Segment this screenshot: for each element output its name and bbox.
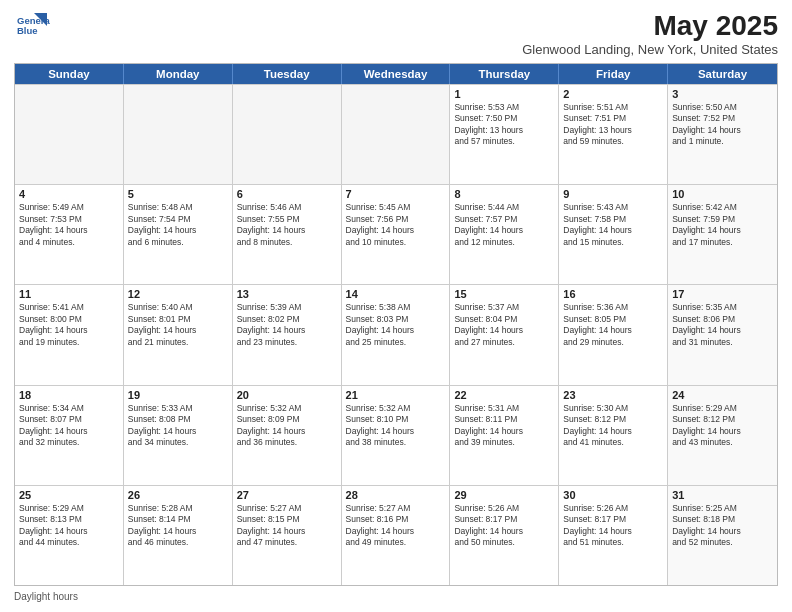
day-cell-5: 5Sunrise: 5:48 AM Sunset: 7:54 PM Daylig… bbox=[124, 185, 233, 284]
day-cell-25: 25Sunrise: 5:29 AM Sunset: 8:13 PM Dayli… bbox=[15, 486, 124, 585]
day-cell-12: 12Sunrise: 5:40 AM Sunset: 8:01 PM Dayli… bbox=[124, 285, 233, 384]
day-detail: Sunrise: 5:37 AM Sunset: 8:04 PM Dayligh… bbox=[454, 302, 554, 348]
page: General Blue May 2025 Glenwood Landing, … bbox=[0, 0, 792, 612]
day-number: 13 bbox=[237, 288, 337, 300]
day-cell-21: 21Sunrise: 5:32 AM Sunset: 8:10 PM Dayli… bbox=[342, 386, 451, 485]
day-number: 29 bbox=[454, 489, 554, 501]
day-number: 12 bbox=[128, 288, 228, 300]
day-cell-13: 13Sunrise: 5:39 AM Sunset: 8:02 PM Dayli… bbox=[233, 285, 342, 384]
day-number: 4 bbox=[19, 188, 119, 200]
day-detail: Sunrise: 5:28 AM Sunset: 8:14 PM Dayligh… bbox=[128, 503, 228, 549]
empty-cell-0-3 bbox=[342, 85, 451, 184]
day-detail: Sunrise: 5:40 AM Sunset: 8:01 PM Dayligh… bbox=[128, 302, 228, 348]
day-cell-30: 30Sunrise: 5:26 AM Sunset: 8:17 PM Dayli… bbox=[559, 486, 668, 585]
weekday-header-tuesday: Tuesday bbox=[233, 64, 342, 84]
calendar-row-4: 18Sunrise: 5:34 AM Sunset: 8:07 PM Dayli… bbox=[15, 385, 777, 485]
day-detail: Sunrise: 5:43 AM Sunset: 7:58 PM Dayligh… bbox=[563, 202, 663, 248]
weekday-header-monday: Monday bbox=[124, 64, 233, 84]
day-cell-26: 26Sunrise: 5:28 AM Sunset: 8:14 PM Dayli… bbox=[124, 486, 233, 585]
day-cell-3: 3Sunrise: 5:50 AM Sunset: 7:52 PM Daylig… bbox=[668, 85, 777, 184]
day-cell-24: 24Sunrise: 5:29 AM Sunset: 8:12 PM Dayli… bbox=[668, 386, 777, 485]
empty-cell-0-2 bbox=[233, 85, 342, 184]
day-detail: Sunrise: 5:45 AM Sunset: 7:56 PM Dayligh… bbox=[346, 202, 446, 248]
day-detail: Sunrise: 5:49 AM Sunset: 7:53 PM Dayligh… bbox=[19, 202, 119, 248]
day-number: 23 bbox=[563, 389, 663, 401]
day-number: 10 bbox=[672, 188, 773, 200]
day-number: 14 bbox=[346, 288, 446, 300]
day-cell-16: 16Sunrise: 5:36 AM Sunset: 8:05 PM Dayli… bbox=[559, 285, 668, 384]
day-detail: Sunrise: 5:29 AM Sunset: 8:13 PM Dayligh… bbox=[19, 503, 119, 549]
day-cell-22: 22Sunrise: 5:31 AM Sunset: 8:11 PM Dayli… bbox=[450, 386, 559, 485]
weekday-header-sunday: Sunday bbox=[15, 64, 124, 84]
day-number: 6 bbox=[237, 188, 337, 200]
day-detail: Sunrise: 5:46 AM Sunset: 7:55 PM Dayligh… bbox=[237, 202, 337, 248]
day-cell-28: 28Sunrise: 5:27 AM Sunset: 8:16 PM Dayli… bbox=[342, 486, 451, 585]
day-detail: Sunrise: 5:41 AM Sunset: 8:00 PM Dayligh… bbox=[19, 302, 119, 348]
day-number: 15 bbox=[454, 288, 554, 300]
day-detail: Sunrise: 5:35 AM Sunset: 8:06 PM Dayligh… bbox=[672, 302, 773, 348]
day-number: 26 bbox=[128, 489, 228, 501]
svg-text:Blue: Blue bbox=[17, 25, 38, 36]
day-number: 22 bbox=[454, 389, 554, 401]
day-cell-15: 15Sunrise: 5:37 AM Sunset: 8:04 PM Dayli… bbox=[450, 285, 559, 384]
day-detail: Sunrise: 5:51 AM Sunset: 7:51 PM Dayligh… bbox=[563, 102, 663, 148]
day-number: 18 bbox=[19, 389, 119, 401]
day-detail: Sunrise: 5:53 AM Sunset: 7:50 PM Dayligh… bbox=[454, 102, 554, 148]
day-cell-8: 8Sunrise: 5:44 AM Sunset: 7:57 PM Daylig… bbox=[450, 185, 559, 284]
day-cell-23: 23Sunrise: 5:30 AM Sunset: 8:12 PM Dayli… bbox=[559, 386, 668, 485]
day-number: 30 bbox=[563, 489, 663, 501]
day-number: 17 bbox=[672, 288, 773, 300]
day-detail: Sunrise: 5:25 AM Sunset: 8:18 PM Dayligh… bbox=[672, 503, 773, 549]
weekday-header-wednesday: Wednesday bbox=[342, 64, 451, 84]
day-detail: Sunrise: 5:27 AM Sunset: 8:16 PM Dayligh… bbox=[346, 503, 446, 549]
day-number: 31 bbox=[672, 489, 773, 501]
day-detail: Sunrise: 5:39 AM Sunset: 8:02 PM Dayligh… bbox=[237, 302, 337, 348]
day-cell-31: 31Sunrise: 5:25 AM Sunset: 8:18 PM Dayli… bbox=[668, 486, 777, 585]
day-cell-29: 29Sunrise: 5:26 AM Sunset: 8:17 PM Dayli… bbox=[450, 486, 559, 585]
day-detail: Sunrise: 5:44 AM Sunset: 7:57 PM Dayligh… bbox=[454, 202, 554, 248]
calendar-body: 1Sunrise: 5:53 AM Sunset: 7:50 PM Daylig… bbox=[15, 84, 777, 585]
day-cell-27: 27Sunrise: 5:27 AM Sunset: 8:15 PM Dayli… bbox=[233, 486, 342, 585]
empty-cell-0-0 bbox=[15, 85, 124, 184]
day-detail: Sunrise: 5:27 AM Sunset: 8:15 PM Dayligh… bbox=[237, 503, 337, 549]
header: General Blue May 2025 Glenwood Landing, … bbox=[14, 10, 778, 57]
day-detail: Sunrise: 5:32 AM Sunset: 8:09 PM Dayligh… bbox=[237, 403, 337, 449]
day-detail: Sunrise: 5:26 AM Sunset: 8:17 PM Dayligh… bbox=[454, 503, 554, 549]
day-cell-14: 14Sunrise: 5:38 AM Sunset: 8:03 PM Dayli… bbox=[342, 285, 451, 384]
day-detail: Sunrise: 5:36 AM Sunset: 8:05 PM Dayligh… bbox=[563, 302, 663, 348]
day-number: 3 bbox=[672, 88, 773, 100]
day-cell-18: 18Sunrise: 5:34 AM Sunset: 8:07 PM Dayli… bbox=[15, 386, 124, 485]
day-number: 1 bbox=[454, 88, 554, 100]
day-cell-2: 2Sunrise: 5:51 AM Sunset: 7:51 PM Daylig… bbox=[559, 85, 668, 184]
footer: Daylight hours bbox=[14, 591, 778, 602]
day-cell-17: 17Sunrise: 5:35 AM Sunset: 8:06 PM Dayli… bbox=[668, 285, 777, 384]
day-cell-1: 1Sunrise: 5:53 AM Sunset: 7:50 PM Daylig… bbox=[450, 85, 559, 184]
day-cell-11: 11Sunrise: 5:41 AM Sunset: 8:00 PM Dayli… bbox=[15, 285, 124, 384]
day-number: 19 bbox=[128, 389, 228, 401]
day-number: 24 bbox=[672, 389, 773, 401]
logo-svg: General Blue bbox=[14, 10, 50, 46]
day-number: 21 bbox=[346, 389, 446, 401]
empty-cell-0-1 bbox=[124, 85, 233, 184]
calendar-row-2: 4Sunrise: 5:49 AM Sunset: 7:53 PM Daylig… bbox=[15, 184, 777, 284]
day-detail: Sunrise: 5:33 AM Sunset: 8:08 PM Dayligh… bbox=[128, 403, 228, 449]
day-number: 9 bbox=[563, 188, 663, 200]
day-detail: Sunrise: 5:30 AM Sunset: 8:12 PM Dayligh… bbox=[563, 403, 663, 449]
day-number: 25 bbox=[19, 489, 119, 501]
logo: General Blue bbox=[14, 10, 50, 46]
day-detail: Sunrise: 5:38 AM Sunset: 8:03 PM Dayligh… bbox=[346, 302, 446, 348]
day-number: 8 bbox=[454, 188, 554, 200]
day-number: 20 bbox=[237, 389, 337, 401]
day-detail: Sunrise: 5:42 AM Sunset: 7:59 PM Dayligh… bbox=[672, 202, 773, 248]
day-number: 7 bbox=[346, 188, 446, 200]
calendar-header: SundayMondayTuesdayWednesdayThursdayFrid… bbox=[15, 64, 777, 84]
day-cell-6: 6Sunrise: 5:46 AM Sunset: 7:55 PM Daylig… bbox=[233, 185, 342, 284]
day-cell-9: 9Sunrise: 5:43 AM Sunset: 7:58 PM Daylig… bbox=[559, 185, 668, 284]
day-number: 28 bbox=[346, 489, 446, 501]
title-block: May 2025 Glenwood Landing, New York, Uni… bbox=[522, 10, 778, 57]
calendar-row-1: 1Sunrise: 5:53 AM Sunset: 7:50 PM Daylig… bbox=[15, 84, 777, 184]
day-detail: Sunrise: 5:48 AM Sunset: 7:54 PM Dayligh… bbox=[128, 202, 228, 248]
day-detail: Sunrise: 5:26 AM Sunset: 8:17 PM Dayligh… bbox=[563, 503, 663, 549]
day-cell-20: 20Sunrise: 5:32 AM Sunset: 8:09 PM Dayli… bbox=[233, 386, 342, 485]
day-detail: Sunrise: 5:31 AM Sunset: 8:11 PM Dayligh… bbox=[454, 403, 554, 449]
